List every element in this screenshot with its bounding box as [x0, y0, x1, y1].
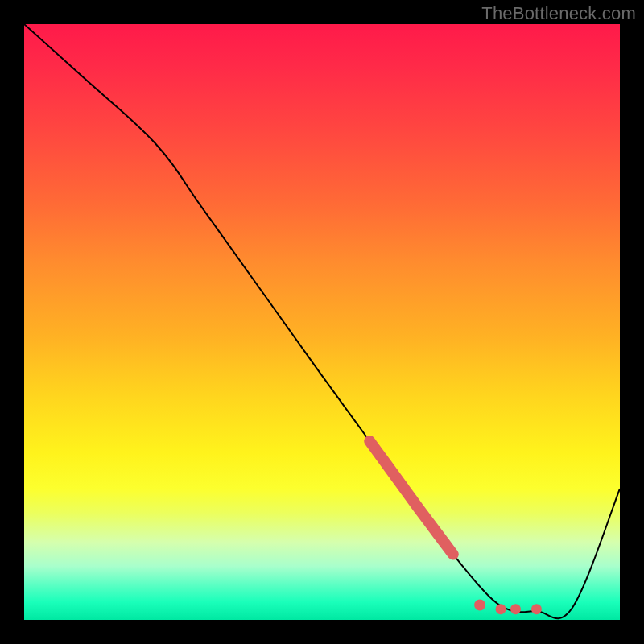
- marker-group: [474, 600, 542, 615]
- marker-dot: [510, 604, 521, 614]
- highlight-segment: [369, 441, 453, 555]
- marker-dot: [496, 604, 506, 614]
- marker-dot: [531, 604, 542, 614]
- marker-dot: [474, 600, 485, 611]
- bottleneck-chart: [24, 24, 620, 620]
- watermark-text: TheBottleneck.com: [481, 3, 636, 24]
- plot-area: [24, 24, 620, 620]
- bottleneck-curve-line: [24, 24, 620, 618]
